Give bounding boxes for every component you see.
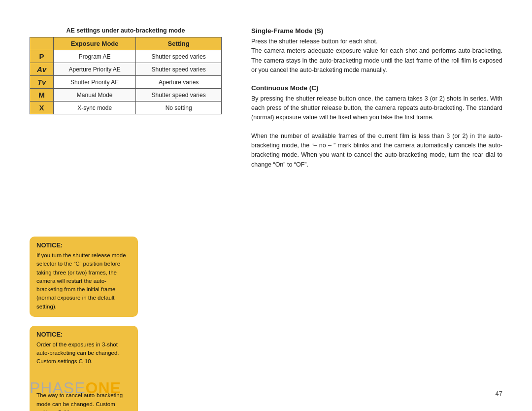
notice-label-0: NOTICE: <box>36 241 131 249</box>
table-setting: No setting <box>136 102 222 114</box>
table-exposure-mode: Aperture Priority AE <box>54 63 136 76</box>
logo-one: ONE <box>85 379 121 397</box>
table-mode-letter: Tv <box>30 76 54 89</box>
table-setting: Shutter speed varies <box>136 63 222 76</box>
section-body-extra: When the number of available frames of t… <box>251 132 502 170</box>
table-exposure-mode: X-sync mode <box>54 102 136 114</box>
col-mode-header <box>30 37 54 50</box>
table-setting: Shutter speed varies <box>136 89 222 102</box>
right-column: Single-Frame Mode (S)Press the shutter r… <box>251 27 502 178</box>
ae-table: Exposure Mode Setting PProgram AEShutter… <box>30 37 222 114</box>
section-title-single-frame: Single-Frame Mode (S) <box>251 27 502 34</box>
col-setting-header: Setting <box>136 37 222 50</box>
notice-box-1: NOTICE:Order of the exposures in 3-shot … <box>30 326 138 411</box>
page-number: 47 <box>496 390 502 397</box>
notice-label-1: NOTICE: <box>36 331 131 338</box>
table-mode-letter: P <box>30 50 54 63</box>
table-mode-letter: X <box>30 102 54 114</box>
col-exposure-header: Exposure Mode <box>54 37 136 50</box>
table-setting: Shutter speed varies <box>136 50 222 63</box>
left-column: AE settings under auto-bracketing mode E… <box>30 27 222 114</box>
notice-text-1: Order of the exposures in 3-shot auto-br… <box>36 341 131 411</box>
table-setting: Aperture varies <box>136 76 222 89</box>
logo: PHASEONE <box>30 379 121 397</box>
notice-box-0: NOTICE:If you turn the shutter release m… <box>30 237 138 317</box>
section-body-single-frame: Press the shutter release button for eac… <box>251 37 502 75</box>
table-mode-letter: M <box>30 89 54 102</box>
table-exposure-mode: Program AE <box>54 50 136 63</box>
table-exposure-mode: Manual Mode <box>54 89 136 102</box>
logo-phase: PHASE <box>30 379 85 397</box>
table-mode-letter: Av <box>30 63 54 76</box>
section-body-continuous: By pressing the shutter release button o… <box>251 94 502 123</box>
table-exposure-mode: Shutter Priority AE <box>54 76 136 89</box>
notice-text-0: If you turn the shutter release mode sel… <box>36 251 131 311</box>
section-title-continuous: Continuous Mode (C) <box>251 84 502 92</box>
table-heading: AE settings under auto-bracketing mode <box>30 27 222 34</box>
